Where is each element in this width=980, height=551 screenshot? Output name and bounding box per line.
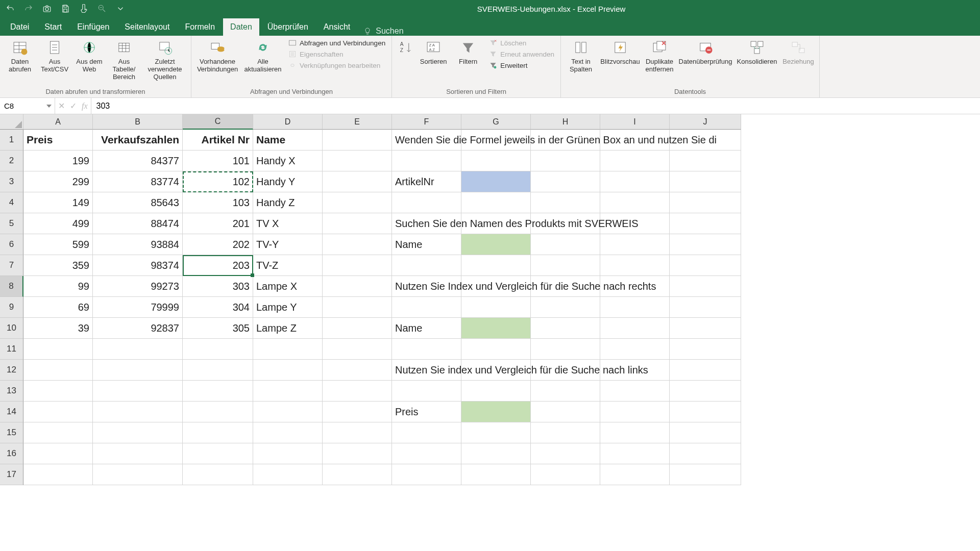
cell-B11[interactable] bbox=[93, 339, 183, 360]
cell-H10[interactable] bbox=[531, 318, 600, 339]
cell-B10[interactable]: 92837 bbox=[93, 318, 183, 339]
row-header-17[interactable]: 17 bbox=[0, 464, 23, 485]
cell-A5[interactable]: 499 bbox=[23, 213, 93, 234]
cell-D16[interactable] bbox=[253, 443, 323, 464]
cell-C11[interactable] bbox=[183, 339, 253, 360]
cell-G13[interactable] bbox=[461, 381, 531, 402]
cell-J14[interactable] bbox=[670, 402, 741, 422]
cell-D9[interactable]: Lampe Y bbox=[253, 297, 323, 318]
cell-H9[interactable] bbox=[531, 297, 600, 318]
cell-C8[interactable]: 303 bbox=[183, 276, 253, 297]
save-button[interactable] bbox=[59, 3, 71, 15]
cell-D17[interactable] bbox=[253, 464, 323, 485]
cell-C16[interactable] bbox=[183, 443, 253, 464]
cell-J7[interactable] bbox=[670, 255, 741, 276]
queries-connections-button[interactable]: Abfragen und Verbindungen bbox=[285, 38, 388, 48]
cell-G11[interactable] bbox=[461, 339, 531, 360]
cell-C4[interactable]: 103 bbox=[183, 192, 253, 213]
row-header-5[interactable]: 5 bbox=[0, 213, 23, 234]
cell-D11[interactable] bbox=[253, 339, 323, 360]
row-header-15[interactable]: 15 bbox=[0, 422, 23, 443]
cell-J6[interactable] bbox=[670, 234, 741, 255]
cell-J5[interactable] bbox=[670, 213, 741, 234]
cell-J4[interactable] bbox=[670, 192, 741, 213]
cell-I15[interactable] bbox=[600, 422, 670, 443]
data-validation-button[interactable]: Datenüberprüfung bbox=[677, 37, 733, 68]
cell-C6[interactable]: 202 bbox=[183, 234, 253, 255]
cell-H16[interactable] bbox=[531, 443, 600, 464]
cell-H14[interactable] bbox=[531, 402, 600, 422]
cell-F9[interactable] bbox=[392, 297, 461, 318]
consolidate-button[interactable]: Konsolidieren bbox=[734, 37, 779, 68]
column-header-J[interactable]: J bbox=[670, 114, 741, 130]
cell-D10[interactable]: Lampe Z bbox=[253, 318, 323, 339]
cell-E14[interactable] bbox=[323, 402, 392, 422]
row-header-12[interactable]: 12 bbox=[0, 360, 23, 381]
advanced-filter-button[interactable]: Erweitert bbox=[486, 60, 557, 70]
cell-B5[interactable]: 88474 bbox=[93, 213, 183, 234]
cell-A3[interactable]: 299 bbox=[23, 171, 93, 192]
column-header-G[interactable]: G bbox=[461, 114, 531, 130]
cell-E11[interactable] bbox=[323, 339, 392, 360]
cell-G4[interactable] bbox=[461, 192, 531, 213]
cell-D12[interactable] bbox=[253, 360, 323, 381]
row-header-14[interactable]: 14 bbox=[0, 402, 23, 422]
cell-A6[interactable]: 599 bbox=[23, 234, 93, 255]
cell-I2[interactable] bbox=[600, 151, 670, 171]
cell-A4[interactable]: 149 bbox=[23, 192, 93, 213]
row-header-10[interactable]: 10 bbox=[0, 318, 23, 339]
cell-F4[interactable] bbox=[392, 192, 461, 213]
cell-I6[interactable] bbox=[600, 234, 670, 255]
cell-B14[interactable] bbox=[93, 402, 183, 422]
cell-G16[interactable] bbox=[461, 443, 531, 464]
tab-review[interactable]: Überprüfen bbox=[260, 18, 315, 36]
name-box[interactable]: C8 bbox=[0, 98, 55, 114]
cell-E13[interactable] bbox=[323, 381, 392, 402]
tab-formulas[interactable]: Formeln bbox=[178, 18, 222, 36]
row-header-3[interactable]: 3 bbox=[0, 171, 23, 192]
cell-I10[interactable] bbox=[600, 318, 670, 339]
text-to-columns-button[interactable]: Text in Spalten bbox=[564, 37, 598, 76]
cell-B7[interactable]: 98374 bbox=[93, 255, 183, 276]
sort-az-button[interactable]: AZ bbox=[395, 37, 415, 60]
cell-B15[interactable] bbox=[93, 422, 183, 443]
existing-connections-button[interactable]: Vorhandene Verbindungen bbox=[194, 37, 240, 76]
tab-view[interactable]: Ansicht bbox=[316, 18, 357, 36]
cell-A9[interactable]: 69 bbox=[23, 297, 93, 318]
column-header-A[interactable]: A bbox=[23, 114, 93, 130]
cell-F10[interactable]: Name bbox=[392, 318, 461, 339]
cell-C12[interactable] bbox=[183, 360, 253, 381]
cell-B4[interactable]: 85643 bbox=[93, 192, 183, 213]
cell-F14[interactable]: Preis bbox=[392, 402, 461, 422]
cell-I14[interactable] bbox=[600, 402, 670, 422]
cell-H13[interactable] bbox=[531, 381, 600, 402]
cell-F13[interactable] bbox=[392, 381, 461, 402]
from-web-button[interactable]: Aus dem Web bbox=[72, 37, 106, 76]
cell-E12[interactable] bbox=[323, 360, 392, 381]
cell-I11[interactable] bbox=[600, 339, 670, 360]
cell-F15[interactable] bbox=[392, 422, 461, 443]
cell-C17[interactable] bbox=[183, 464, 253, 485]
cell-H6[interactable] bbox=[531, 234, 600, 255]
row-header-4[interactable]: 4 bbox=[0, 192, 23, 213]
search-input[interactable] bbox=[376, 27, 437, 36]
column-header-D[interactable]: D bbox=[253, 114, 323, 130]
from-text-csv-button[interactable]: Aus Text/CSV bbox=[38, 37, 71, 76]
cell-C15[interactable] bbox=[183, 422, 253, 443]
camera-icon[interactable] bbox=[41, 3, 53, 15]
remove-icon[interactable] bbox=[96, 3, 108, 15]
tab-insert[interactable]: Einfügen bbox=[70, 18, 116, 36]
cell-E15[interactable] bbox=[323, 422, 392, 443]
cell-J3[interactable] bbox=[670, 171, 741, 192]
cell-G6[interactable] bbox=[461, 234, 531, 255]
cell-E1[interactable] bbox=[323, 130, 392, 151]
cell-F8[interactable]: Nutzen Sie Index und Vergleich für die S… bbox=[392, 276, 461, 297]
cell-F6[interactable]: Name bbox=[392, 234, 461, 255]
cell-B3[interactable]: 83774 bbox=[93, 171, 183, 192]
cell-G3[interactable] bbox=[461, 171, 531, 192]
cell-D6[interactable]: TV-Y bbox=[253, 234, 323, 255]
cell-E9[interactable] bbox=[323, 297, 392, 318]
select-all-corner[interactable] bbox=[0, 114, 23, 130]
cell-A11[interactable] bbox=[23, 339, 93, 360]
touch-mode-icon[interactable] bbox=[78, 3, 90, 15]
